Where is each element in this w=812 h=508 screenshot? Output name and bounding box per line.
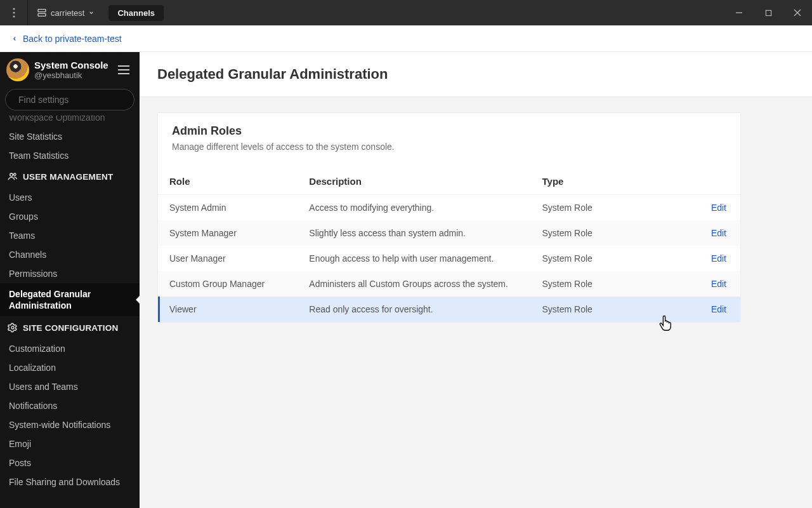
sidebar-item-customization[interactable]: Customization [0,339,140,358]
sidebar-item-users-and-teams[interactable]: Users and Teams [0,377,140,396]
cell-description: Administers all Custom Groups across the… [298,271,530,297]
avatar[interactable] [6,58,29,81]
app-menu-button[interactable] [0,0,28,25]
edit-link[interactable]: Edit [711,228,726,238]
back-link[interactable]: Back to private-team-test [0,25,812,52]
svg-point-18 [11,326,14,329]
sidebar-section-site-configuration[interactable]: SITE CONFIGURATION [0,316,140,339]
sidebar-item-notifications[interactable]: Notifications [0,396,140,415]
main-content: Delegated Granular Administration Admin … [140,52,812,508]
cell-type: System Role [531,297,671,322]
table-row[interactable]: Custom Group Manager Administers all Cus… [158,271,740,297]
sidebar-item-groups[interactable]: Groups [0,207,140,226]
sidebar-item-posts[interactable]: Posts [0,453,140,472]
section-label: SITE CONFIGURATION [23,323,118,333]
col-type: Type [531,168,671,195]
sidebar-item-localization[interactable]: Localization [0,358,140,377]
sidebar-item-file-sharing[interactable]: File Sharing and Downloads [0,472,140,491]
chevron-down-icon [88,10,95,16]
cell-description: Slightly less access than system admin. [298,220,530,246]
col-actions [671,168,740,195]
sidebar-section-user-management[interactable]: USER MANAGEMENT [0,165,140,188]
window-minimize-button[interactable] [724,0,754,25]
sidebar-item-delegated-admin[interactable]: Delegated Granular Administration [0,283,140,316]
tab-channels[interactable]: Channels [108,5,164,21]
edit-link[interactable]: Edit [711,203,726,213]
svg-rect-8 [766,10,771,15]
dots-vertical-icon [13,8,15,18]
card-title: Admin Roles [172,124,726,138]
cell-type: System Role [531,246,671,271]
svg-point-17 [14,173,16,175]
svg-rect-3 [38,10,46,12]
sidebar-item-team-statistics[interactable]: Team Statistics [0,146,140,165]
sidebar-item-site-statistics[interactable]: Site Statistics [0,127,140,146]
search-settings[interactable] [5,89,134,110]
cell-type: System Role [531,220,671,246]
cell-role: Custom Group Manager [158,271,298,297]
search-input[interactable] [18,95,129,105]
card-subtitle: Manage different levels of access to the… [172,142,726,152]
edit-link[interactable]: Edit [711,279,726,289]
sidebar-item[interactable]: Workspace Optimization [0,116,140,127]
tab-label: Channels [117,8,155,18]
workspace-switcher[interactable]: carrietest [28,0,103,25]
svg-point-2 [13,15,15,17]
sidebar-item-channels[interactable]: Channels [0,245,140,264]
svg-rect-4 [38,13,46,16]
cell-role: Viewer [158,297,298,322]
table-row[interactable]: User Manager Enough access to help with … [158,246,740,271]
cell-role: System Admin [158,195,298,221]
maximize-icon [765,10,772,17]
hamburger-icon [118,65,129,74]
cell-role: System Manager [158,220,298,246]
titlebar: carrietest Channels [0,0,812,25]
cell-role: User Manager [158,246,298,271]
close-icon [794,9,801,17]
sidebar-item-system-wide-notifications[interactable]: System-wide Notifications [0,415,140,434]
window-close-button[interactable] [783,0,812,25]
cell-type: System Role [531,271,671,297]
col-role: Role [158,168,298,195]
svg-point-16 [10,173,13,177]
sidebar-item-users[interactable]: Users [0,188,140,207]
back-link-label: Back to private-team-test [23,34,122,44]
users-icon [8,171,18,182]
minimize-icon [735,9,743,17]
gear-icon [8,323,18,333]
table-row[interactable]: System Manager Slightly less access than… [158,220,740,246]
table-row[interactable]: System Admin Access to modifying everyth… [158,195,740,221]
cell-description: Read only access for oversight. [298,297,530,322]
cell-description: Access to modifying everything. [298,195,530,221]
cell-type: System Role [531,195,671,221]
table-row[interactable]: Viewer Read only access for oversight. S… [158,297,740,322]
col-description: Description [298,168,530,195]
sidebar-item-emoji[interactable]: Emoji [0,434,140,453]
workspace-name: carrietest [51,8,84,18]
window-maximize-button[interactable] [754,0,783,25]
sidebar-title: System Console [34,60,114,70]
sidebar-item-permissions[interactable]: Permissions [0,264,140,283]
roles-table: Role Description Type System Admin Acces… [158,168,740,322]
server-icon [37,8,47,18]
cell-description: Enough access to help with user manageme… [298,246,530,271]
sidebar-header: System Console @yesbhautik [0,52,140,89]
svg-point-0 [13,8,15,10]
edit-link[interactable]: Edit [711,253,726,264]
section-label: USER MANAGEMENT [23,172,114,182]
sidebar-menu-button[interactable] [114,65,133,74]
user-handle: @yesbhautik [34,70,114,80]
sidebar: System Console @yesbhautik Workspace Opt… [0,52,140,508]
svg-point-1 [13,11,15,13]
page-title: Delegated Granular Administration [140,52,812,97]
chevron-left-icon [11,34,18,43]
edit-link[interactable]: Edit [711,304,726,314]
admin-roles-card: Admin Roles Manage different levels of a… [157,112,741,323]
sidebar-item-teams[interactable]: Teams [0,226,140,245]
